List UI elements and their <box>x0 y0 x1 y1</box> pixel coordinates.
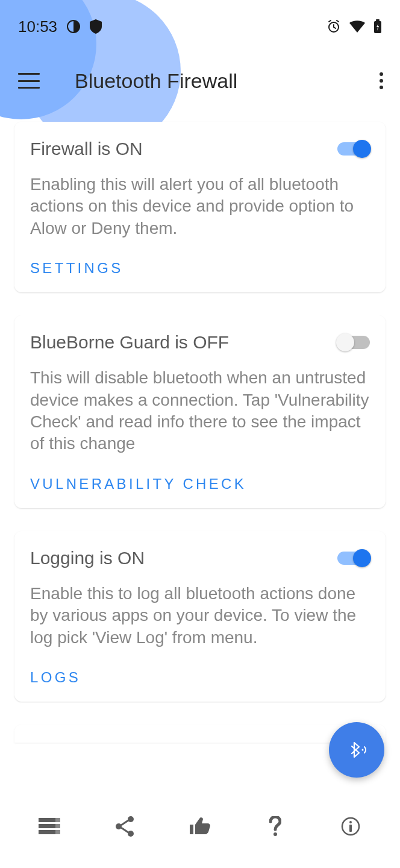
svg-rect-8 <box>55 818 60 822</box>
svg-point-16 <box>349 821 352 823</box>
main-content: Firewall is ON Enabling this will alert … <box>0 108 400 756</box>
overflow-menu-icon[interactable] <box>375 68 388 94</box>
logging-title: Logging is ON <box>30 548 145 568</box>
logs-button[interactable]: LOGS <box>30 669 370 686</box>
bluetooth-scan-icon <box>345 738 369 762</box>
partial-card <box>14 725 386 743</box>
svg-rect-17 <box>349 825 352 832</box>
battery-icon <box>373 19 382 34</box>
firewall-card: Firewall is ON Enabling this will alert … <box>14 122 386 292</box>
wifi-icon <box>349 20 365 33</box>
svg-point-14 <box>273 832 277 836</box>
svg-rect-3 <box>376 19 380 21</box>
app-title: Bluetooth Firewall <box>75 69 237 93</box>
half-circle-icon <box>67 20 80 33</box>
logging-toggle[interactable] <box>337 552 370 565</box>
blueborne-card: BlueBorne Guard is OFF This will disable… <box>14 315 386 508</box>
vulnerability-check-button[interactable]: VULNERABILITY CHECK <box>30 476 370 492</box>
status-time: 10:53 <box>18 17 57 36</box>
bottom-nav <box>0 797 400 868</box>
svg-point-13 <box>128 831 134 837</box>
svg-point-12 <box>116 823 122 829</box>
nav-like[interactable] <box>163 808 238 844</box>
logging-description: Enable this to log all bluetooth actions… <box>30 583 370 649</box>
firewall-description: Enabling this will alert you of all blue… <box>30 174 370 239</box>
bluetooth-fab[interactable] <box>329 722 384 778</box>
nav-share[interactable] <box>87 808 163 844</box>
svg-point-11 <box>128 816 134 822</box>
alarm-icon <box>327 19 341 34</box>
svg-rect-10 <box>55 830 60 834</box>
question-icon <box>269 816 281 837</box>
info-icon <box>341 817 360 836</box>
blueborne-toggle[interactable] <box>337 336 370 349</box>
shield-icon <box>90 19 102 34</box>
blueborne-title: BlueBorne Guard is OFF <box>30 332 229 353</box>
settings-button[interactable]: SETTINGS <box>30 260 370 277</box>
app-bar: Bluetooth Firewall <box>0 53 400 108</box>
status-bar: 10:53 <box>0 0 400 53</box>
nav-info[interactable] <box>313 808 388 844</box>
menu-icon[interactable] <box>17 70 41 92</box>
blueborne-description: This will disable bluetooth when an untr… <box>30 367 370 455</box>
svg-point-4 <box>362 749 364 751</box>
nav-help[interactable] <box>237 808 313 844</box>
nav-list[interactable] <box>12 808 87 844</box>
list-icon <box>39 818 60 835</box>
thumbs-up-icon <box>190 817 210 835</box>
svg-rect-9 <box>55 824 60 828</box>
firewall-toggle[interactable] <box>337 142 370 156</box>
share-icon <box>115 816 134 837</box>
logging-card: Logging is ON Enable this to log all blu… <box>14 531 386 702</box>
firewall-title: Firewall is ON <box>30 139 143 159</box>
